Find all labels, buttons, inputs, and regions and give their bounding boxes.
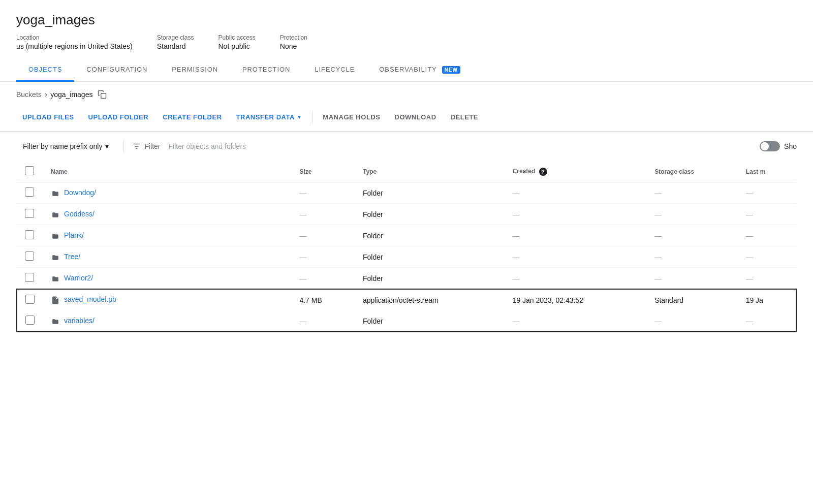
filter-prefix-dropdown[interactable]: Filter by name prefix only ▾ [16,138,115,155]
row-checkbox-1[interactable] [25,209,34,218]
toggle-label: Sho [784,142,797,150]
row-checkbox-3[interactable] [25,251,34,261]
th-created: Created ? [505,161,647,182]
row-checkbox-4[interactable] [25,273,34,282]
bucket-title: yoga_images [16,12,797,28]
upload-folder-button[interactable]: UPLOAD FOLDER [82,109,155,125]
meta-public-access-value: Not public [218,42,255,50]
delete-button[interactable]: DELETE [445,109,484,125]
table-row: Goddess/—Folder——— [17,204,796,225]
meta-protection-value: None [280,42,307,50]
toggle-container: Sho [760,141,797,151]
download-button[interactable]: DOWNLOAD [388,109,442,125]
row-last-modified-0: — [738,182,796,204]
transfer-data-dropdown-arrow: ▼ [297,114,302,120]
toolbar-divider [312,111,312,123]
row-name-2[interactable]: Plank/ [64,231,84,239]
th-select-all[interactable] [17,161,43,182]
row-checkbox-2[interactable] [25,230,34,239]
tab-permission[interactable]: PERMISSION [160,58,230,82]
tab-observability[interactable]: OBSERVABILITY NEW [367,58,473,82]
row-checkbox-6[interactable] [25,316,35,325]
filter-separator [123,139,124,153]
row-type-0: Folder [355,182,505,204]
tab-configuration[interactable]: CONFIGURATION [74,58,160,82]
created-info-icon[interactable]: ? [539,168,547,176]
row-storage-class-3: — [646,246,738,268]
svg-rect-0 [101,93,106,99]
row-created-0: — [505,182,647,204]
row-name-4[interactable]: Warrior2/ [64,274,93,282]
row-last-modified-6: — [738,310,796,332]
file-icon [51,296,60,305]
tab-lifecycle[interactable]: LIFECYCLE [302,58,367,82]
table-header-row: Name Size Type Created ? Storage class L… [17,161,796,182]
row-created-1: — [505,204,647,225]
row-storage-class-6: — [646,310,738,332]
th-storage-class: Storage class [646,161,738,182]
page-header: yoga_images Location us (multiple region… [0,0,813,50]
row-name-3[interactable]: Tree/ [64,253,80,261]
meta-protection-label: Protection [280,34,307,41]
row-last-modified-1: — [738,204,796,225]
row-size-5: 4.7 MB [291,289,355,310]
upload-files-button[interactable]: UPLOAD FILES [16,109,80,125]
folder-icon [51,190,60,197]
filter-label: Filter [144,142,160,150]
row-type-6: Folder [355,310,505,332]
row-type-1: Folder [355,204,505,225]
select-all-checkbox[interactable] [25,166,34,175]
table-row: Plank/—Folder——— [17,225,796,246]
toggle-knob [761,142,769,150]
meta-location: Location us (multiple regions in United … [16,34,133,50]
tab-protection[interactable]: PROTECTION [230,58,302,82]
row-checkbox-5[interactable] [25,295,35,304]
row-last-modified-3: — [738,246,796,268]
folder-icon [51,211,60,218]
row-size-4: — [291,268,355,290]
row-size-2: — [291,225,355,246]
meta-location-label: Location [16,34,133,41]
breadcrumb-buckets[interactable]: Buckets [16,90,42,99]
row-name-1[interactable]: Goddess/ [64,210,95,218]
breadcrumb: Buckets › yoga_images [0,82,813,103]
row-checkbox-0[interactable] [25,187,34,197]
row-created-3: — [505,246,647,268]
transfer-data-button[interactable]: TRANSFER DATA ▼ [230,109,308,125]
new-badge: NEW [442,66,460,74]
table-row: Warrior2/—Folder——— [17,268,796,290]
row-last-modified-5: 19 Ja [738,289,796,310]
meta-storage-class-label: Storage class [157,34,194,41]
row-storage-class-1: — [646,204,738,225]
manage-holds-button[interactable]: MANAGE HOLDS [317,109,386,125]
toggle-switch[interactable] [760,141,780,151]
th-last-modified: Last m [738,161,796,182]
row-size-1: — [291,204,355,225]
row-name-6[interactable]: variables/ [64,317,95,325]
meta-public-access: Public access Not public [218,34,255,50]
filter-input[interactable] [169,142,321,150]
copy-icon[interactable] [98,90,107,99]
row-name-5[interactable]: saved_model.pb [64,295,116,303]
filter-prefix-label: Filter by name prefix only [23,142,102,150]
toolbar: UPLOAD FILES UPLOAD FOLDER CREATE FOLDER… [0,103,813,132]
table-wrapper: Name Size Type Created ? Storage class L… [0,161,813,332]
row-size-6: — [291,310,355,332]
breadcrumb-current: yoga_images [50,90,92,99]
folder-icon [51,275,60,282]
row-type-3: Folder [355,246,505,268]
objects-table: Name Size Type Created ? Storage class L… [16,161,797,332]
folder-icon [51,233,60,240]
row-storage-class-0: — [646,182,738,204]
meta-location-value: us (multiple regions in United States) [16,42,133,50]
row-last-modified-4: — [738,268,796,290]
th-name: Name [43,161,291,182]
meta-row: Location us (multiple regions in United … [16,34,797,50]
tab-bar: OBJECTS CONFIGURATION PERMISSION PROTECT… [0,58,813,82]
row-name-0[interactable]: Downdog/ [64,188,96,197]
create-folder-button[interactable]: CREATE FOLDER [157,109,228,125]
tab-objects[interactable]: OBJECTS [16,58,74,82]
meta-storage-class-value: Standard [157,42,194,50]
row-storage-class-4: — [646,268,738,290]
row-storage-class-5: Standard [646,289,738,310]
